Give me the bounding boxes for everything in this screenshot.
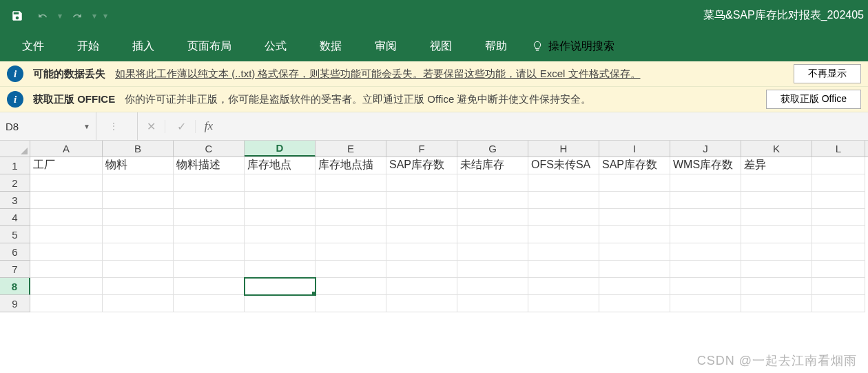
cell-F2[interactable] (386, 174, 457, 192)
cell-H4[interactable] (528, 209, 599, 226)
col-head-b[interactable]: B (103, 141, 174, 157)
cell-C2[interactable] (174, 174, 245, 192)
cell-A4[interactable] (30, 209, 103, 226)
row-head-7[interactable]: 7 (0, 261, 30, 278)
cell-E6[interactable] (316, 243, 386, 261)
cell-B4[interactable] (103, 209, 174, 226)
cell-G9[interactable] (457, 295, 528, 312)
cell-A1[interactable]: 工厂 (30, 157, 103, 174)
qat-customize[interactable]: ▾ (103, 11, 107, 21)
cell-L7[interactable] (812, 261, 865, 278)
cell-C7[interactable] (174, 261, 245, 278)
cell-L4[interactable] (812, 209, 865, 226)
cell-B6[interactable] (103, 243, 174, 261)
cell-C6[interactable] (174, 243, 245, 261)
cell-I8[interactable] (599, 278, 670, 295)
cell-A3[interactable] (30, 192, 103, 209)
cell-C1[interactable]: 物料描述 (174, 157, 245, 174)
cell-I4[interactable] (599, 209, 670, 226)
cell-E4[interactable] (316, 209, 386, 226)
cell-B9[interactable] (103, 295, 174, 312)
cell-A5[interactable] (30, 226, 103, 243)
col-head-k[interactable]: K (741, 141, 812, 157)
cell-B7[interactable] (103, 261, 174, 278)
cell-E5[interactable] (316, 226, 386, 243)
cell-D9[interactable] (245, 295, 316, 312)
row-head-5[interactable]: 5 (0, 226, 30, 243)
cell-D8[interactable] (245, 278, 316, 295)
cell-H8[interactable] (528, 278, 599, 295)
cell-K5[interactable] (741, 226, 812, 243)
cell-K4[interactable] (741, 209, 812, 226)
cell-D3[interactable] (245, 192, 316, 209)
cell-A7[interactable] (30, 261, 103, 278)
cell-E9[interactable] (316, 295, 386, 312)
col-head-c[interactable]: C (174, 141, 245, 157)
cell-I6[interactable] (599, 243, 670, 261)
tab-help[interactable]: 帮助 (477, 32, 515, 61)
cell-G6[interactable] (457, 243, 528, 261)
cell-F9[interactable] (386, 295, 457, 312)
cancel-button[interactable]: ✕ (138, 120, 165, 133)
cell-E7[interactable] (316, 261, 386, 278)
cell-L9[interactable] (812, 295, 865, 312)
cell-C3[interactable] (174, 192, 245, 209)
cell-J4[interactable] (670, 209, 741, 226)
cell-B3[interactable] (103, 192, 174, 209)
cell-C5[interactable] (174, 226, 245, 243)
cell-F3[interactable] (386, 192, 457, 209)
cell-K7[interactable] (741, 261, 812, 278)
fx-label[interactable]: fx (198, 119, 219, 133)
cell-J8[interactable] (670, 278, 741, 295)
cell-J3[interactable] (670, 192, 741, 209)
cell-A6[interactable] (30, 243, 103, 261)
cell-L6[interactable] (812, 243, 865, 261)
cell-F7[interactable] (386, 261, 457, 278)
cell-D6[interactable] (245, 243, 316, 261)
dismiss-button[interactable]: 不再显示 (794, 64, 861, 83)
cell-K1[interactable]: 差异 (741, 157, 812, 174)
cell-L5[interactable] (812, 226, 865, 243)
cell-I2[interactable] (599, 174, 670, 192)
col-head-f[interactable]: F (386, 141, 457, 157)
col-head-i[interactable]: I (599, 141, 670, 157)
cell-H9[interactable] (528, 295, 599, 312)
cell-E3[interactable] (316, 192, 386, 209)
cell-F4[interactable] (386, 209, 457, 226)
cell-C4[interactable] (174, 209, 245, 226)
cell-H3[interactable] (528, 192, 599, 209)
redo-button[interactable] (68, 6, 87, 26)
confirm-button[interactable]: ✓ (168, 120, 196, 133)
cell-G7[interactable] (457, 261, 528, 278)
col-head-d[interactable]: D (245, 141, 316, 157)
cell-F6[interactable] (386, 243, 457, 261)
col-head-h[interactable]: H (528, 141, 599, 157)
tab-data[interactable]: 数据 (311, 32, 350, 61)
col-head-g[interactable]: G (457, 141, 528, 157)
col-head-e[interactable]: E (316, 141, 386, 157)
cell-L1[interactable] (812, 157, 865, 174)
cell-G3[interactable] (457, 192, 528, 209)
cell-B1[interactable]: 物料 (103, 157, 174, 174)
msg-link[interactable]: 如果将此工作薄以纯文本 (..txt) 格式保存，则某些功能可能会丢失。若要保留… (115, 68, 641, 81)
formula-input[interactable] (219, 112, 868, 140)
col-head-l[interactable]: L (812, 141, 865, 157)
cell-H2[interactable] (528, 174, 599, 192)
cell-K3[interactable] (741, 192, 812, 209)
cell-I1[interactable]: SAP库存数 (599, 157, 670, 174)
cell-D7[interactable] (245, 261, 316, 278)
tab-insert[interactable]: 插入 (124, 32, 163, 61)
cell-C9[interactable] (174, 295, 245, 312)
cell-J5[interactable] (670, 226, 741, 243)
cell-K8[interactable] (741, 278, 812, 295)
tab-home[interactable]: 开始 (69, 32, 107, 61)
cell-I9[interactable] (599, 295, 670, 312)
cell-F5[interactable] (386, 226, 457, 243)
cell-A2[interactable] (30, 174, 103, 192)
tab-formulas[interactable]: 公式 (256, 32, 295, 61)
cell-D1[interactable]: 库存地点 (245, 157, 316, 174)
cell-A8[interactable] (30, 278, 103, 295)
cell-A9[interactable] (30, 295, 103, 312)
cell-E8[interactable] (316, 278, 386, 295)
save-button[interactable] (6, 4, 29, 28)
